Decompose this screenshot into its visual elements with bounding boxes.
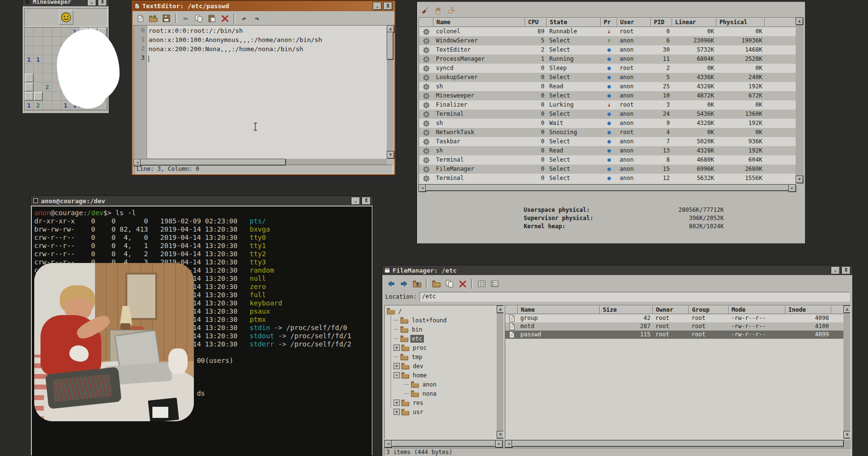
mine-cell[interactable]: [43, 55, 52, 64]
mine-cell[interactable]: [34, 64, 43, 73]
mine-cell[interactable]: [43, 46, 52, 55]
tree-item-nona[interactable]: nona: [386, 389, 496, 398]
save-button[interactable]: [161, 13, 172, 24]
file-hscrollbar[interactable]: ◄: [505, 440, 851, 447]
mine-cell[interactable]: [52, 37, 61, 46]
copy-button[interactable]: [193, 13, 204, 24]
scroll-down-button[interactable]: ▼: [843, 431, 851, 439]
mine-cell[interactable]: 1: [25, 101, 34, 110]
copy-button[interactable]: [444, 278, 455, 290]
minimize-button[interactable]: ⌄: [373, 2, 382, 10]
mine-cell[interactable]: 2: [43, 83, 52, 92]
expand-toggle[interactable]: +: [393, 363, 400, 369]
mine-cell[interactable]: [25, 46, 34, 55]
mine-cell[interactable]: [25, 28, 34, 37]
minimize-button[interactable]: ⌄: [87, 0, 96, 6]
editor-line[interactable]: nona:x:200:200:Nona,,,:/home/nona:/bin/s…: [147, 44, 386, 54]
column-header-State[interactable]: State: [547, 18, 601, 27]
tree-item-anon[interactable]: anon: [386, 380, 496, 389]
tree-vscrollbar[interactable]: ▲ ▼: [497, 305, 503, 439]
process-row[interactable]: sh0Read●anon254328K192K: [419, 82, 797, 91]
process-row[interactable]: WindowServer5Select↑anon623096K19036K: [419, 36, 797, 45]
mine-cell[interactable]: 1: [34, 55, 43, 64]
scrollbar-thumb[interactable]: [425, 184, 789, 191]
tree-item-bin[interactable]: bin: [386, 325, 496, 334]
mine-cell[interactable]: [52, 92, 61, 101]
expand-toggle[interactable]: +: [393, 345, 400, 351]
mine-cell[interactable]: [52, 28, 61, 37]
mine-cell[interactable]: 1: [25, 55, 34, 64]
process-row[interactable]: syncd0Sleep●root20K0K: [419, 64, 797, 73]
delete-button[interactable]: [457, 278, 468, 290]
texteditor-titlebar[interactable]: TextEditor: /etc/passwd ⌄ X: [133, 1, 394, 11]
tree-hscrollbar[interactable]: ◄ ►: [384, 440, 503, 447]
process-row[interactable]: Terminal0Select●anon245436K1360K: [419, 110, 797, 119]
scroll-up-button[interactable]: ▲: [843, 305, 851, 313]
tree-item-[interactable]: /: [386, 306, 496, 316]
mine-cell[interactable]: [34, 83, 43, 92]
close-button[interactable]: X: [383, 2, 393, 10]
new-button[interactable]: [135, 13, 146, 24]
cut-button[interactable]: ✂: [180, 13, 191, 24]
process-table-vscrollbar[interactable]: ▲ ▼: [796, 17, 803, 183]
scroll-right-button[interactable]: ►: [495, 440, 503, 448]
scrollbar-thumb[interactable]: [391, 440, 496, 447]
kill-process-button[interactable]: [420, 4, 432, 16]
scroll-up-button[interactable]: ▲: [796, 17, 803, 25]
scroll-down-button[interactable]: ▼: [387, 151, 394, 159]
mine-cell[interactable]: [43, 28, 52, 37]
icon-view-button[interactable]: [476, 278, 488, 290]
process-row[interactable]: ProcessManager1Running●anon116804K2528K: [419, 55, 797, 64]
process-row[interactable]: Terminal0Select●anon84680K604K: [419, 155, 797, 165]
process-row[interactable]: NetworkTask0Snoozing●root40K0K: [419, 128, 797, 137]
minimize-button[interactable]: ⌄: [831, 266, 840, 275]
column-header-Physical[interactable]: Physical: [717, 18, 765, 27]
file-vscrollbar[interactable]: ▲ ▼: [843, 305, 850, 439]
mine-cell[interactable]: [25, 83, 34, 92]
process-table-hscrollbar[interactable]: ◄ ►: [419, 184, 796, 191]
stop-process-button[interactable]: [433, 4, 445, 16]
file-row[interactable]: passwd115rootroot-rw-r--r--4099: [505, 331, 850, 339]
file-row[interactable]: group42rootroot-rw-r--r--4098: [505, 314, 850, 322]
location-input[interactable]: /etc: [420, 292, 850, 302]
editor-line[interactable]: anon:x:100:100:Anonymous,,,:/home/anon:/…: [147, 35, 386, 44]
redo-button[interactable]: ↷: [251, 13, 263, 24]
mine-cell[interactable]: 1: [61, 101, 70, 110]
close-button[interactable]: X: [98, 0, 107, 6]
mine-cell[interactable]: [43, 73, 52, 83]
tree-item-dev[interactable]: +dev: [386, 361, 496, 371]
column-header-Linear[interactable]: Linear: [672, 18, 717, 27]
scroll-right-button[interactable]: ►: [788, 184, 796, 192]
column-header-Mode[interactable]: Mode: [729, 305, 786, 314]
mine-cell[interactable]: [52, 101, 61, 110]
column-header-User[interactable]: User: [617, 18, 651, 27]
column-header-Owner[interactable]: Owner: [653, 305, 689, 314]
process-row[interactable]: Terminal0Select●anon125632K1556K: [419, 174, 797, 183]
tree-item-proc[interactable]: +proc: [386, 343, 496, 352]
column-header-Inode[interactable]: Inode: [786, 305, 831, 314]
process-row[interactable]: Minesweeper0Select●anon104872K672K: [419, 91, 797, 100]
undo-button[interactable]: ↶: [238, 13, 250, 24]
column-header-Group[interactable]: Group: [689, 305, 729, 314]
list-view-button[interactable]: [489, 278, 501, 290]
mine-cell[interactable]: [25, 73, 34, 83]
mine-cell[interactable]: [43, 64, 52, 73]
editor-line[interactable]: [147, 54, 386, 63]
scroll-up-button[interactable]: ▲: [497, 305, 504, 313]
tree-item-tmp[interactable]: tmp: [386, 352, 496, 361]
scrollbar-thumb[interactable]: [512, 440, 844, 447]
smiley-face-button[interactable]: [59, 10, 73, 25]
tree-item-etc[interactable]: etc: [386, 334, 496, 343]
mine-cell[interactable]: [43, 101, 52, 110]
mine-cell[interactable]: [25, 37, 34, 46]
open-button[interactable]: [148, 13, 159, 24]
mine-cell[interactable]: [34, 37, 43, 46]
tree-item-usr[interactable]: +usr: [386, 407, 496, 416]
mine-cell[interactable]: 2: [34, 101, 43, 110]
tree-item-res[interactable]: +res: [386, 398, 496, 407]
process-row[interactable]: Finalizer0Lurking↓root30K0K: [419, 100, 797, 110]
mine-cell[interactable]: [25, 64, 34, 73]
column-header-CPU[interactable]: CPU: [525, 18, 547, 27]
mine-cell[interactable]: [43, 92, 52, 101]
process-row[interactable]: sh0Read●anon134328K192K: [419, 146, 797, 155]
